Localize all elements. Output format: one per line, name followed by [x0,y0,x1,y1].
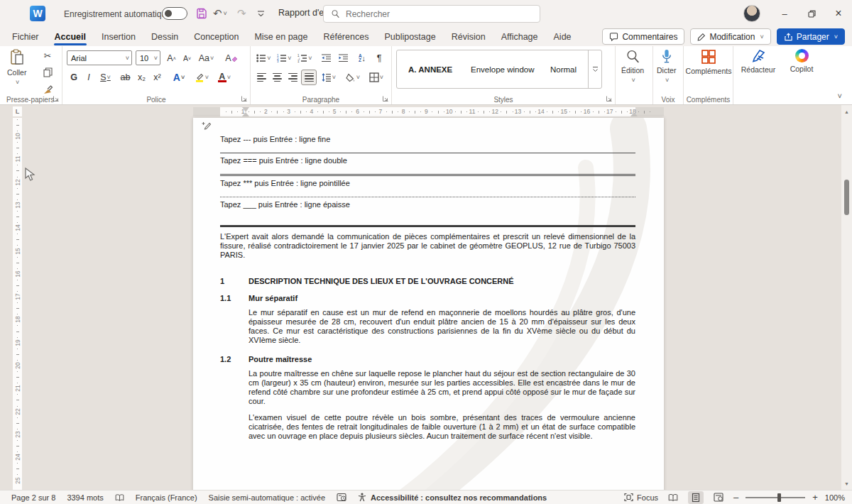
zoom-out-button[interactable]: – [733,492,738,503]
tab-conception[interactable]: Conception [186,27,246,46]
justify-button[interactable] [301,70,317,85]
word-count[interactable]: 3394 mots [67,493,103,502]
tapez-line-thick[interactable]: Tapez ___ puis Entrée : ligne épaisse [220,200,635,209]
autocomplete-indicator[interactable]: Saisie semi-automatique : activée [209,493,325,502]
inline-copilot-pen-icon[interactable] [201,121,212,132]
share-button[interactable]: Partager ˅ [777,28,845,45]
bullets-button[interactable]: ˅ [254,50,273,66]
avatar[interactable] [743,5,760,22]
right-indent-marker[interactable] [630,112,638,116]
tab-accueil[interactable]: Accueil [47,27,94,46]
shrink-font-button[interactable]: A˅ [180,50,195,66]
clipboard-dialog-launcher[interactable] [53,95,60,102]
language-indicator[interactable]: Français (France) [136,493,197,502]
page-content[interactable]: Tapez --- puis Entrée : ligne fine Tapez… [220,135,635,441]
read-mode-button[interactable] [665,491,681,504]
first-line-indent-marker[interactable] [242,107,249,112]
editing-mode-button[interactable]: Modification ˅ [690,28,770,45]
tab-affichage[interactable]: Affichage [493,27,546,46]
tab-publipostage[interactable]: Publipostage [376,27,443,46]
underline-button[interactable]: S˅ [96,70,115,85]
vertical-scrollbar[interactable]: ▲ ▼ [841,105,852,490]
horizontal-ruler[interactable]: 123456789101112131415161718 [193,107,664,116]
highlight-color-button[interactable]: ˅ [191,70,212,85]
align-left-button[interactable] [254,70,269,85]
line-spacing-button[interactable]: ˅ [319,70,339,85]
tab-insertion[interactable]: Insertion [94,27,143,46]
change-case-button[interactable]: Aa˅ [196,50,217,66]
heading-1[interactable]: 1 DESCRIPTION TECHNIQUE DES LIEUX ET DE … [220,277,635,286]
tab-stop-selector[interactable]: L [13,106,22,116]
style-annexe[interactable]: A. ANNEXE [408,50,464,88]
scroll-up-arrow[interactable]: ▲ [841,106,852,116]
document-page[interactable]: Tapez --- puis Entrée : ligne fine Tapez… [193,118,664,490]
tab-aide[interactable]: Aide [546,27,579,46]
edition-button[interactable]: Édition ˅ [621,49,644,84]
scrollbar-thumb[interactable] [844,180,849,215]
quick-access-menu-button[interactable] [257,6,265,21]
tapez-line-fine[interactable]: Tapez --- puis Entrée : ligne fine [220,135,635,144]
autosave-toggle[interactable] [162,7,187,20]
zoom-slider[interactable] [746,491,805,504]
minimize-button[interactable]: – [771,0,798,27]
tab-fichier[interactable]: Fichier [4,27,47,46]
zoom-in-button[interactable]: + [812,492,818,503]
italic-button[interactable]: I [82,70,95,85]
align-center-button[interactable] [270,70,285,85]
save-button[interactable] [196,6,207,21]
style-envelope-window[interactable]: Envelope window [471,50,539,88]
text-effects-button[interactable]: A˅ [169,70,189,85]
dictate-button[interactable]: Dicter ˅ [657,49,676,84]
style-normal[interactable]: Normal [550,50,583,88]
paragraph-1-1[interactable]: Le mur séparatif en cause est un mur de … [248,308,635,345]
close-button[interactable]: × [825,0,852,27]
heading-1-1[interactable]: 1.1 Mur séparatif [220,294,635,303]
styles-dialog-launcher[interactable] [606,95,613,102]
word-app-icon[interactable]: W [30,6,45,21]
tab-references[interactable]: Références [315,27,376,46]
font-color-button[interactable]: A ˅ [214,70,235,85]
zoom-level[interactable]: 100% [825,493,845,502]
paragraph-1-2a[interactable]: La poutre maîtresse en chêne sur laquell… [248,369,635,406]
grow-font-button[interactable]: A˄ [164,50,179,66]
redo-button[interactable]: ↷ [237,6,246,21]
print-layout-button[interactable] [688,491,704,504]
web-layout-button[interactable] [711,491,726,504]
numbering-button[interactable]: 123 ˅ [275,50,294,66]
tapez-line-double[interactable]: Tapez === puis Entrée : ligne double [220,156,635,165]
hanging-indent-marker[interactable] [242,112,249,116]
styles-more-button[interactable] [588,50,601,88]
undo-button[interactable]: ↶˅ [213,6,227,21]
vertical-ruler[interactable]: 10111213141516171819202122232425 [13,118,22,490]
restore-button[interactable] [798,0,825,27]
cut-button[interactable]: ✂ [40,48,55,63]
addins-button[interactable]: Compléments [684,49,733,75]
tab-dessin[interactable]: Dessin [143,27,186,46]
copilot-button[interactable]: Copilot [783,49,820,73]
sort-button[interactable]: AZ ↓ [354,50,371,66]
comments-button[interactable]: Commentaires [602,28,684,45]
collapse-ribbon-button[interactable]: ˅ [838,92,842,100]
search-input[interactable] [346,9,516,19]
clear-formatting-button[interactable]: A [223,50,240,66]
show-marks-button[interactable]: ¶ [372,50,386,66]
intro-paragraph[interactable]: L'Expert avait alors demandé la communic… [220,232,635,260]
bold-button[interactable]: G [67,70,81,85]
subscript-button[interactable]: x₂ [134,70,149,85]
copy-button[interactable] [40,65,55,80]
superscript-button[interactable]: x² [150,70,165,85]
search-box[interactable] [323,5,540,23]
paragraph-dialog-launcher[interactable] [382,95,389,102]
proofing-button[interactable] [115,493,124,502]
paste-button[interactable]: Coller ˅ [7,49,26,86]
shading-button[interactable]: ˅ [342,70,364,85]
editor-button[interactable]: Rédacteur [736,49,780,74]
scroll-down-arrow[interactable]: ▼ [841,478,852,488]
font-name-combo[interactable]: Arial˅ [67,50,132,65]
decrease-indent-button[interactable] [318,50,334,66]
font-size-combo[interactable]: 10˅ [136,50,160,65]
tab-mise-en-page[interactable]: Mise en page [246,27,315,46]
editing-time-button[interactable] [337,493,346,502]
align-right-button[interactable] [285,70,300,85]
heading-1-2[interactable]: 1.2 Poutre maîtresse [220,355,635,364]
